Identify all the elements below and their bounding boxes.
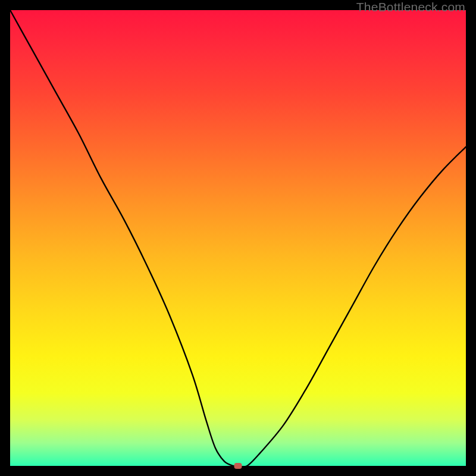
bottleneck-curve bbox=[10, 10, 466, 466]
chart-frame: TheBottleneck.com bbox=[0, 0, 476, 476]
optimal-point-marker bbox=[234, 463, 242, 469]
watermark-text: TheBottleneck.com bbox=[356, 0, 465, 14]
